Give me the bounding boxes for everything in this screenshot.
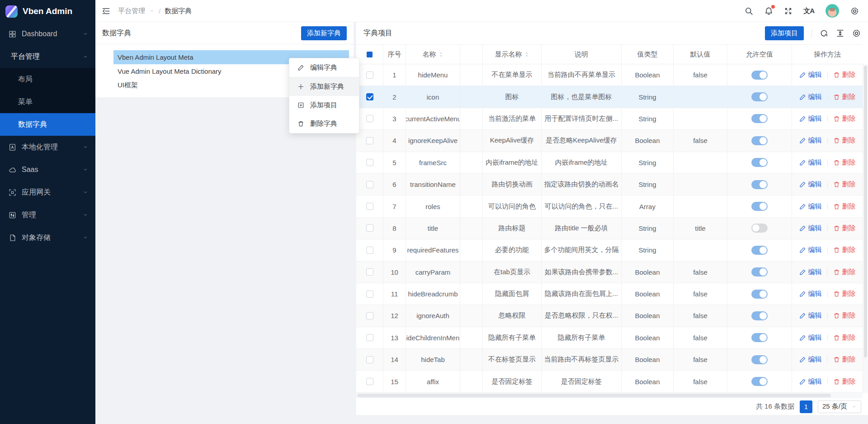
vertical-scrollbar-thumb[interactable] (864, 66, 867, 357)
delete-button[interactable]: 删除 (833, 311, 856, 320)
column-header-display_name[interactable]: 显示名称 (483, 45, 542, 64)
notification-bell-icon[interactable] (764, 7, 773, 15)
allow-empty-toggle[interactable] (751, 355, 768, 364)
delete-button[interactable]: 删除 (833, 93, 856, 101)
delete-button[interactable]: 删除 (833, 114, 856, 123)
allow-empty-toggle[interactable] (751, 333, 768, 342)
edit-button[interactable]: 编辑 (799, 180, 822, 189)
delete-button[interactable]: 删除 (833, 290, 856, 298)
allow-empty-toggle[interactable] (751, 202, 768, 211)
sidebar-item-localization[interactable]: 本地化管理 (0, 136, 95, 158)
delete-button[interactable]: 删除 (833, 202, 856, 211)
delete-button[interactable]: 删除 (833, 180, 856, 189)
edit-button[interactable]: 编辑 (799, 114, 822, 123)
allow-empty-toggle[interactable] (751, 311, 768, 320)
edit-button[interactable]: 编辑 (799, 71, 822, 79)
edit-button[interactable]: 编辑 (799, 290, 822, 298)
edit-button[interactable]: 编辑 (799, 202, 822, 211)
sidebar-item-app-gateway[interactable]: 应用网关 (0, 181, 95, 204)
search-icon[interactable] (745, 7, 753, 15)
row-checkbox[interactable] (366, 356, 373, 363)
refresh-icon[interactable] (820, 29, 828, 38)
breadcrumb-parent[interactable]: 平台管理 (118, 7, 145, 15)
row-checkbox[interactable] (366, 268, 373, 276)
page-size-select[interactable]: 25 条/页 (818, 400, 861, 413)
edit-button[interactable]: 编辑 (799, 311, 822, 320)
context-menu-add-new-dict[interactable]: 添加新字典 (289, 77, 359, 96)
edit-button[interactable]: 编辑 (799, 93, 822, 101)
sort-caret-icon[interactable] (439, 52, 443, 57)
menu-fold-icon[interactable] (102, 7, 110, 15)
row-checkbox[interactable] (366, 93, 373, 100)
edit-button[interactable]: 编辑 (799, 333, 822, 342)
pagination-page-1[interactable]: 1 (800, 400, 812, 413)
trash-icon (833, 94, 840, 100)
delete-button[interactable]: 删除 (833, 268, 856, 276)
row-checkbox[interactable] (366, 203, 373, 210)
row-checkbox[interactable] (366, 378, 373, 385)
sidebar-item-dashboard[interactable]: Dashboard (0, 23, 95, 45)
allow-empty-toggle[interactable] (751, 158, 768, 167)
allow-empty-toggle[interactable] (751, 92, 768, 101)
edit-button[interactable]: 编辑 (799, 268, 822, 276)
allow-empty-toggle[interactable] (751, 136, 768, 145)
table-settings-gear-icon[interactable] (852, 29, 861, 38)
settings-gear-icon[interactable] (850, 7, 859, 15)
add-dictionary-button[interactable]: 添加新字典 (301, 26, 347, 40)
row-checkbox[interactable] (366, 224, 373, 232)
row-checkbox[interactable] (366, 137, 373, 144)
row-checkbox[interactable] (366, 247, 373, 254)
select-all-checkbox[interactable] (367, 52, 373, 57)
context-menu-add-item[interactable]: 添加项目 (289, 96, 359, 114)
context-menu-edit-dict[interactable]: 编辑字典 (289, 58, 359, 77)
row-checkbox[interactable] (366, 115, 373, 122)
sidebar-item-layout[interactable]: 布局 (0, 68, 95, 91)
app-logo[interactable]: Vben Admin (0, 0, 95, 23)
delete-button[interactable]: 删除 (833, 377, 856, 386)
context-menu-delete-dict[interactable]: 删除字典 (289, 114, 359, 133)
allow-empty-toggle[interactable] (751, 377, 768, 386)
sort-caret-icon[interactable] (524, 52, 529, 57)
sidebar-item-management[interactable]: 管理 (0, 204, 95, 226)
avatar[interactable] (826, 4, 839, 18)
row-checkbox[interactable] (366, 291, 373, 298)
allow-empty-toggle[interactable] (751, 71, 768, 80)
row-checkbox[interactable] (366, 159, 373, 166)
sidebar-item-data-dictionary[interactable]: 数据字典 (0, 113, 95, 136)
allow-empty-toggle[interactable] (751, 180, 768, 189)
add-item-button[interactable]: 添加项目 (765, 26, 804, 40)
sidebar-item-saas[interactable]: Saas (0, 158, 95, 181)
translate-icon[interactable]: 文A (803, 7, 814, 15)
allow-empty-toggle[interactable] (751, 267, 768, 276)
column-height-icon[interactable] (836, 29, 844, 38)
column-header-name[interactable]: 名称 (406, 45, 460, 64)
sidebar-item-menu[interactable]: 菜单 (0, 91, 95, 113)
horizontal-scrollbar[interactable] (356, 393, 863, 398)
allow-empty-toggle[interactable] (751, 114, 768, 123)
edit-button[interactable]: 编辑 (799, 246, 822, 254)
sidebar-item-object-storage[interactable]: 对象存储 (0, 226, 95, 249)
allow-empty-toggle[interactable] (751, 246, 768, 255)
delete-button[interactable]: 删除 (833, 158, 856, 167)
row-checkbox[interactable] (366, 334, 373, 341)
row-checkbox[interactable] (366, 181, 373, 188)
edit-button[interactable]: 编辑 (799, 377, 822, 386)
fullscreen-icon[interactable] (784, 7, 792, 15)
delete-button[interactable]: 删除 (833, 333, 856, 342)
delete-button[interactable]: 删除 (833, 136, 856, 145)
vertical-scrollbar[interactable] (863, 64, 868, 393)
allow-empty-toggle[interactable] (751, 224, 768, 233)
edit-button[interactable]: 编辑 (799, 136, 822, 145)
sidebar-item-platform-management[interactable]: 平台管理 (0, 45, 95, 68)
edit-button[interactable]: 编辑 (799, 224, 822, 233)
delete-button[interactable]: 删除 (833, 224, 856, 233)
allow-empty-toggle[interactable] (751, 290, 768, 299)
horizontal-scrollbar-thumb[interactable] (357, 394, 831, 397)
delete-button[interactable]: 删除 (833, 355, 856, 364)
row-checkbox[interactable] (366, 71, 373, 79)
edit-button[interactable]: 编辑 (799, 355, 822, 364)
row-checkbox[interactable] (366, 312, 373, 319)
edit-button[interactable]: 编辑 (799, 158, 822, 167)
delete-button[interactable]: 删除 (833, 246, 856, 254)
delete-button[interactable]: 删除 (833, 71, 856, 79)
